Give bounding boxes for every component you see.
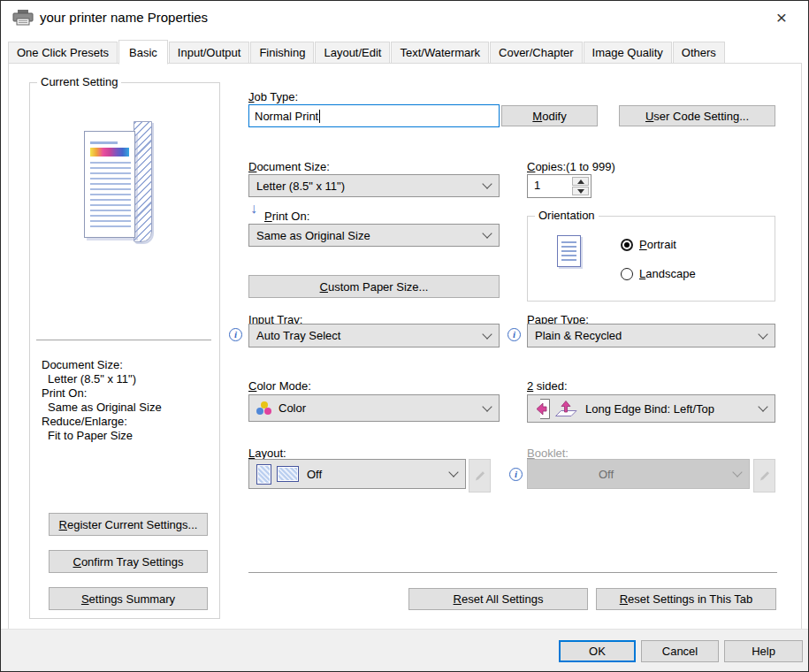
chevron-down-icon (482, 179, 492, 188)
booklet-info-icon[interactable]: i (509, 468, 523, 481)
sidebar-divider (36, 340, 211, 340)
down-arrow-icon (577, 189, 584, 194)
page-preview-curl (134, 121, 152, 242)
copies-label: Copies:(1 to 999) (527, 160, 615, 173)
cancel-button[interactable]: Cancel (641, 640, 719, 662)
document-size-label: Document Size: (248, 160, 330, 173)
page-preview-image (84, 131, 135, 238)
paper-type-select[interactable]: Plain & Recycled (527, 324, 775, 347)
summary-print-on-label: Print On: (42, 386, 162, 401)
pencil-icon (474, 470, 486, 482)
layout-portrait-page-icon (256, 464, 271, 485)
document-size-select[interactable]: Letter (8.5" x 11") (248, 174, 500, 197)
ok-button[interactable]: OK (559, 640, 636, 662)
current-setting-group-label: Current Setting (37, 75, 121, 88)
modify-button[interactable]: Modify (501, 105, 598, 126)
close-icon: × (776, 7, 787, 28)
dialog-footer: OK Cancel Help (1, 629, 808, 671)
chevron-down-icon (758, 401, 767, 411)
booklet-select: Off (527, 459, 750, 489)
settings-summary-button[interactable]: Settings Summary (49, 587, 208, 610)
two-sided-label: 2 sided: (527, 379, 568, 393)
layout-edit-button (469, 459, 491, 493)
summary-reduce-enlarge-label: Reduce/Enlarge: (42, 415, 162, 429)
print-on-label: Print On: (264, 210, 309, 223)
landscape-radio-label: Landscape (639, 267, 696, 280)
tab-image-quality[interactable]: Image Quality (584, 42, 672, 64)
job-type-label: Job Type: (248, 90, 298, 103)
summary-document-size-value: Letter (8.5" x 11") (42, 372, 162, 386)
input-tray-select[interactable]: Auto Tray Select (248, 324, 500, 347)
tab-input-output[interactable]: Input/Output (169, 42, 250, 64)
booklet-label: Booklet: (527, 447, 569, 460)
input-tray-info-icon[interactable]: i (229, 328, 242, 341)
tab-text-watermark[interactable]: Text/Watermark (391, 42, 489, 64)
pencil-icon (759, 470, 771, 482)
chevron-down-icon (482, 329, 492, 339)
tab-basic[interactable]: Basic (118, 40, 168, 65)
user-code-setting-button[interactable]: User Code Setting... (619, 105, 775, 126)
two-sided-select[interactable]: Long Edge Bind: Left/Top (527, 394, 775, 423)
copies-increment-button[interactable] (572, 177, 589, 186)
tab-others[interactable]: Others (673, 42, 725, 64)
preview-text-lines (90, 162, 131, 231)
portrait-radio[interactable]: Portrait (621, 238, 676, 251)
summary-print-on-value: Same as Original Size (42, 401, 162, 415)
printer-properties-dialog: your printer name Properties × One Click… (0, 0, 809, 672)
close-button[interactable]: × (760, 1, 803, 34)
custom-paper-size-button[interactable]: Custom Paper Size... (248, 275, 500, 298)
orientation-label: Orientation (535, 209, 599, 222)
tab-one-click-presets[interactable]: One Click Presets (8, 42, 118, 64)
flip-page-icon (535, 398, 551, 420)
tab-layout-edit[interactable]: Layout/Edit (315, 42, 390, 64)
color-mode-label: Color Mode: (248, 379, 311, 393)
booklet-edit-button (753, 459, 775, 493)
reset-all-settings-button[interactable]: Reset All Settings (408, 588, 588, 610)
radio-selected-icon (621, 239, 633, 251)
radio-unselected-icon (621, 268, 633, 280)
content-divider (248, 572, 777, 573)
chevron-down-icon (732, 467, 742, 477)
summary-document-size-label: Document Size: (42, 358, 162, 372)
reset-settings-in-this-tab-button[interactable]: Reset Settings in This Tab (596, 588, 776, 610)
copies-decrement-button[interactable] (572, 187, 589, 195)
copies-value: 1 (534, 179, 540, 192)
tab-cover-chapter[interactable]: Cover/Chapter (490, 42, 583, 64)
printer-icon (12, 10, 34, 28)
copies-spinner[interactable]: 1 (527, 174, 591, 198)
layout-select[interactable]: Off (248, 459, 466, 489)
tab-bar: One Click Presets Basic Input/Output Fin… (8, 41, 801, 64)
layout-label: Layout: (248, 447, 286, 460)
color-mode-icon (256, 401, 272, 416)
turn-page-icon (554, 400, 578, 418)
tab-finishing[interactable]: Finishing (250, 42, 314, 64)
help-button[interactable]: Help (724, 640, 803, 662)
chevron-down-icon (448, 467, 458, 477)
color-mode-select[interactable]: Color (248, 394, 500, 422)
layout-landscape-page-icon (277, 466, 299, 482)
orientation-group: Orientation Portrait Landscape (527, 216, 775, 302)
summary-reduce-enlarge-value: Fit to Paper Size (42, 429, 162, 443)
titlebar: your printer name Properties × (1, 1, 808, 34)
preview-rainbow-bar (90, 148, 129, 157)
print-on-arrow-icon: ↓ (250, 202, 257, 216)
chevron-down-icon (758, 329, 767, 339)
chevron-down-icon (482, 228, 492, 238)
chevron-down-icon (482, 401, 492, 411)
window-title: your printer name Properties (40, 10, 208, 25)
current-setting-summary: Document Size: Letter (8.5" x 11") Print… (42, 358, 162, 443)
text-caret (319, 110, 320, 123)
portrait-radio-label: Portrait (639, 238, 676, 251)
confirm-tray-settings-button[interactable]: Confirm Tray Settings (49, 550, 208, 573)
paper-type-info-icon[interactable]: i (508, 328, 521, 341)
register-current-settings-button[interactable]: Register Current Settings... (49, 513, 208, 536)
portrait-page-icon (557, 235, 581, 267)
print-on-select[interactable]: Same as Original Size (248, 224, 500, 247)
preview-title-line (90, 141, 118, 144)
job-type-input[interactable]: Normal Print (248, 104, 500, 127)
landscape-radio[interactable]: Landscape (621, 267, 696, 280)
up-arrow-icon (577, 179, 584, 184)
